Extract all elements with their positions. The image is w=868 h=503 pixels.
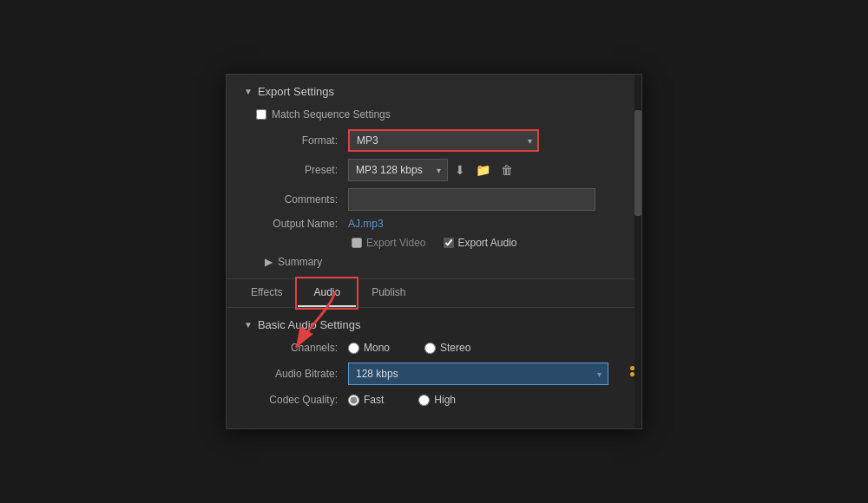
basic-audio-title: Basic Audio Settings (258, 318, 361, 331)
export-settings-header: ▼ Export Settings (244, 85, 624, 98)
export-audio-label[interactable]: Export Audio (458, 237, 517, 249)
fast-option[interactable]: Fast (348, 394, 384, 406)
tab-audio[interactable]: Audio (298, 279, 356, 307)
high-radio[interactable] (418, 395, 430, 406)
tab-effects[interactable]: Effects (235, 279, 298, 307)
accent-dots (630, 366, 635, 376)
codec-quality-label: Codec Quality: (253, 394, 348, 406)
codec-quality-row: Codec Quality: Fast High (244, 394, 624, 406)
stereo-label: Stereo (440, 342, 470, 354)
export-settings-section: ▼ Export Settings Match Sequence Setting… (227, 75, 641, 278)
channels-label: Channels: (253, 342, 348, 354)
format-label: Format: (253, 134, 348, 147)
match-sequence-label[interactable]: Match Sequence Settings (272, 108, 391, 121)
mono-label: Mono (364, 342, 390, 354)
export-video-label: Export Video (366, 237, 426, 249)
summary-label: Summary (278, 256, 322, 268)
collapse-arrow-icon[interactable]: ▼ (244, 87, 253, 96)
comments-row: Comments: (244, 188, 624, 211)
export-video-option: Export Video (352, 237, 426, 249)
stereo-option[interactable]: Stereo (424, 342, 470, 354)
bitrate-row: Audio Bitrate: 128 kbps 64 kbps 192 kbps… (244, 363, 624, 385)
accent-dot-1 (630, 366, 635, 370)
fast-label: Fast (364, 394, 384, 406)
preset-controls: MP3 128 kbps MP3 192 kbps MP3 320 kbps ▾… (348, 159, 516, 181)
mono-option[interactable]: Mono (348, 342, 390, 354)
bitrate-select-wrapper: 128 kbps 64 kbps 192 kbps 320 kbps ▾ (348, 363, 608, 385)
bitrate-label: Audio Bitrate: (253, 368, 348, 380)
match-sequence-row: Match Sequence Settings (244, 108, 624, 121)
output-name-row: Output Name: AJ.mp3 (244, 218, 624, 230)
format-select-wrapper: MP3 H.264 AAC WAV ▾ (348, 129, 539, 152)
summary-row: ▶ Summary (244, 256, 624, 268)
mono-radio[interactable] (348, 343, 359, 354)
output-name-label: Output Name: (253, 218, 348, 230)
accent-dot-2 (630, 372, 635, 376)
format-row: Format: MP3 H.264 AAC WAV ▾ (244, 129, 624, 152)
export-panel: ▼ Export Settings Match Sequence Setting… (226, 74, 642, 429)
output-name-link[interactable]: AJ.mp3 (348, 218, 384, 230)
audio-collapse-icon[interactable]: ▼ (244, 320, 253, 330)
match-sequence-checkbox[interactable] (256, 109, 266, 120)
export-settings-title: Export Settings (258, 85, 334, 98)
preset-select[interactable]: MP3 128 kbps MP3 192 kbps MP3 320 kbps (348, 159, 448, 181)
preset-save-button[interactable]: ⬇ (451, 161, 469, 179)
high-label: High (434, 394, 456, 406)
audio-settings-section: ▼ Basic Audio Settings Channels: Mono St… (227, 308, 641, 428)
export-video-checkbox[interactable] (352, 238, 362, 248)
codec-quality-options: Fast High (348, 394, 456, 406)
summary-expand-icon[interactable]: ▶ (265, 256, 273, 268)
preset-import-button[interactable]: 📁 (472, 161, 494, 179)
preset-row: Preset: MP3 128 kbps MP3 192 kbps MP3 32… (244, 159, 624, 181)
bitrate-select[interactable]: 128 kbps 64 kbps 192 kbps 320 kbps (348, 363, 608, 385)
format-select[interactable]: MP3 H.264 AAC WAV (348, 129, 539, 152)
channels-row: Channels: Mono Stereo (244, 342, 624, 354)
tab-publish[interactable]: Publish (356, 279, 421, 307)
stereo-radio[interactable] (424, 343, 436, 354)
basic-audio-header: ▼ Basic Audio Settings (244, 318, 624, 331)
scrollbar-track[interactable] (635, 75, 641, 428)
comments-input[interactable] (348, 188, 595, 211)
channels-options: Mono Stereo (348, 342, 470, 354)
export-audio-option: Export Audio (444, 237, 517, 249)
preset-delete-button[interactable]: 🗑 (497, 161, 516, 179)
fast-radio[interactable] (348, 395, 359, 406)
tabs-bar: Effects Audio Publish (227, 278, 641, 308)
scrollbar-thumb[interactable] (635, 110, 641, 216)
preset-select-wrapper: MP3 128 kbps MP3 192 kbps MP3 320 kbps ▾ (348, 159, 448, 181)
high-option[interactable]: High (418, 394, 456, 406)
comments-label: Comments: (253, 193, 348, 206)
export-audio-checkbox[interactable] (444, 238, 454, 248)
export-options-row: Export Video Export Audio (244, 237, 624, 249)
preset-label: Preset: (253, 164, 348, 176)
